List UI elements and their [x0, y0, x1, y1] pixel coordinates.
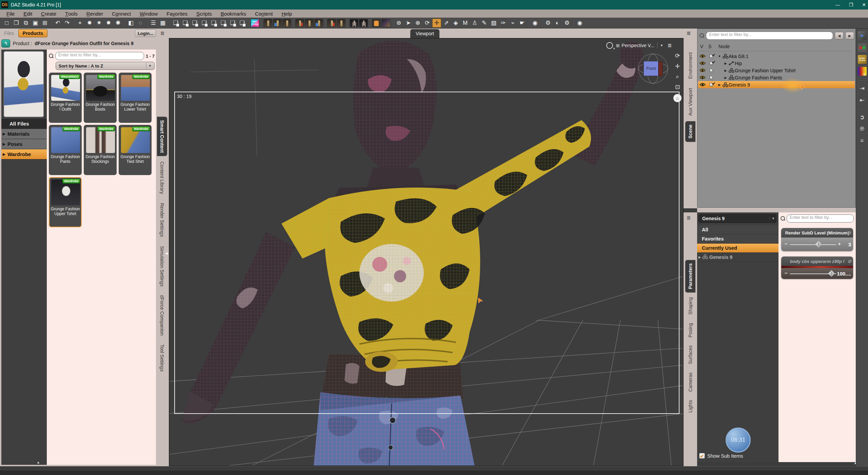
save-light-preset-button[interactable]: ❏ — [238, 19, 246, 27]
slider-handle[interactable] — [828, 270, 835, 277]
content-grid-view-button[interactable]: ▦ — [158, 19, 167, 27]
skeleton-thumb-7[interactable] — [327, 19, 336, 27]
scene-node-grunge-fashion-pants[interactable]: ▶Grunge Fashion Pants — [698, 74, 855, 81]
selectability-cursor-icon[interactable] — [707, 75, 717, 80]
save-pose-preset-button[interactable]: ❏ — [181, 19, 190, 27]
geometry-hatch-tool-button[interactable]: ▧ — [489, 19, 498, 27]
menu-edit[interactable]: Edit — [19, 10, 37, 18]
pro-bundle-thumb[interactable]: PROOVER — [251, 19, 259, 27]
frame-icon[interactable]: ⊡ — [675, 83, 680, 91]
skeleton-thumb-3[interactable] — [282, 19, 291, 27]
menu-tools[interactable]: Tools — [61, 10, 82, 18]
save-properties-preset-button[interactable]: ❏ — [219, 19, 228, 27]
dock-tab-simulation-settings[interactable]: Simulation Settings — [157, 243, 167, 290]
back-button[interactable]: ↰ — [1, 39, 10, 48]
sidebar-item-wardrobe[interactable]: ▶Wardrobe — [1, 149, 47, 159]
measure-tool-button[interactable]: ⌁ — [508, 19, 517, 27]
save-scene-as-button[interactable]: ⊞ — [40, 19, 49, 27]
search-icon[interactable] — [780, 216, 785, 221]
poster-thumb[interactable] — [381, 19, 390, 27]
param-group-all[interactable]: All — [697, 225, 778, 234]
dock-tab-environment[interactable]: Environment — [685, 49, 695, 82]
save-figure-preset-button[interactable]: ❏ — [209, 19, 218, 27]
dock-tab-surfaces[interactable]: Surfaces — [685, 342, 695, 367]
search-icon[interactable] — [48, 53, 54, 59]
camera-settings-button[interactable]: ⚙ — [563, 19, 571, 27]
param-pane-options-icon[interactable]: ≣ — [685, 214, 692, 221]
product-filter-input[interactable]: Enter text to filter by... — [55, 52, 144, 60]
product-card[interactable]: WardrobeGrunge Fashion Boots — [84, 73, 117, 123]
menu-file[interactable]: File — [2, 10, 19, 18]
import-icon[interactable]: ⇥ — [858, 84, 867, 93]
chevron-down-icon[interactable]: ▼ — [146, 63, 154, 69]
translate-tool-button[interactable]: ✛ — [432, 19, 441, 27]
viewport-orbit-tool-button[interactable]: ⊛ — [394, 19, 403, 27]
menu-help[interactable]: Help — [277, 10, 296, 18]
rotate-tool-button[interactable]: ⟳ — [423, 19, 432, 27]
expand-arrow-icon[interactable]: ▶ — [717, 83, 722, 87]
expand-arrow-icon[interactable]: ▶ — [723, 69, 728, 72]
skeleton-thumb-1[interactable] — [263, 19, 272, 27]
dock-tab-content-library[interactable]: Content Library — [157, 158, 167, 197]
dock-tab-lights[interactable]: Lights — [685, 397, 695, 416]
scroll-up-arrow[interactable]: ▲ — [37, 460, 40, 464]
create-camera-button[interactable]: ⌖ — [76, 19, 84, 27]
view-cube[interactable]: Z Front — [638, 54, 668, 83]
pan-icon[interactable]: ✛ — [675, 63, 680, 70]
slider-body[interactable]: −100.... — [781, 268, 853, 279]
product-card[interactable]: WardrobeGrunge Fashion Upper Tshirt — [49, 177, 82, 227]
visibility-eye-icon[interactable] — [698, 68, 707, 73]
scene-filter-input[interactable]: Enter text to filter by... — [706, 32, 833, 40]
gear-icon[interactable]: ⚙ — [847, 230, 851, 235]
rig-wire-icon[interactable]: ⌗ — [858, 136, 867, 145]
skeleton-thumb-4[interactable] — [295, 19, 304, 27]
camera-sphere-icon[interactable] — [606, 42, 613, 49]
product-card[interactable]: WardrobeGrunge Fashion Pants — [49, 125, 82, 175]
figure-thumb-2[interactable] — [359, 19, 368, 27]
minimize-button[interactable]: — — [835, 2, 840, 7]
cube-front-face[interactable]: Front — [644, 61, 658, 76]
menu-render[interactable]: Render — [82, 10, 107, 18]
expand-arrow-icon[interactable]: ▶ — [3, 142, 5, 146]
zoom-icon[interactable]: ⌕ — [676, 73, 679, 80]
scene-node-grunge-fashion-upper-tshirt[interactable]: ▶Grunge Fashion Upper Tshirt — [698, 67, 855, 74]
slider-value[interactable]: 3 — [848, 242, 851, 247]
hand-thumb[interactable] — [372, 19, 381, 27]
expand-arrow-icon[interactable]: ▶ — [3, 152, 5, 156]
splitter-collapse-arrow[interactable]: ◀ — [165, 251, 168, 255]
pointer-settings-button[interactable]: ⚙ — [544, 19, 552, 27]
param-group-favorites[interactable]: Favorites — [697, 234, 778, 244]
tab-products[interactable]: Products — [18, 29, 48, 37]
dock-tab-dforce-companion[interactable]: dForce Companion — [157, 292, 167, 339]
slider-value[interactable]: 100.... — [837, 271, 851, 277]
viewport-options-icon[interactable]: ≣ — [666, 42, 673, 49]
dock-tab-smart-content[interactable]: Smart Content — [157, 117, 167, 156]
figure-setup-tool-button[interactable]: ♙ — [470, 19, 479, 27]
pane-divider[interactable] — [697, 208, 856, 212]
pose-tool-icon[interactable]: ℗ — [858, 125, 867, 133]
color-gradient-icon[interactable] — [858, 67, 867, 76]
menu-connect[interactable]: Connect — [107, 10, 135, 18]
create-linear-light-button[interactable]: ✺ — [114, 19, 122, 27]
visibility-eye-icon[interactable] — [698, 82, 707, 87]
scene-node-hip[interactable]: ▶Hip — [698, 60, 855, 67]
viewport-tab[interactable]: Viewport — [410, 29, 439, 38]
close-button[interactable]: ✕ — [862, 2, 866, 7]
product-thumbnail[interactable] — [3, 51, 44, 117]
scale-tool-button[interactable]: ⇗ — [442, 19, 451, 27]
scene-pane-options-icon[interactable]: ≣ — [685, 30, 692, 37]
orbit-selection-tool-button[interactable]: ⊕ — [413, 19, 422, 27]
param-group-genesis-9[interactable]: ▶Genesis 9 — [697, 253, 778, 262]
create-point-light-button[interactable]: ✷ — [95, 19, 103, 27]
maximize-button[interactable]: ❐ — [849, 2, 853, 7]
product-card[interactable]: WardrobeGrunge Fashion Tied Shirt — [119, 125, 152, 175]
expand-arrow-icon[interactable]: ▼ — [717, 55, 722, 58]
product-card[interactable]: Wearable(s)Grunge Fashion ! Outfit — [49, 73, 82, 123]
menu-content[interactable]: Content — [251, 10, 277, 18]
menu-favorites[interactable]: Favorites — [162, 10, 192, 18]
sidebar-item-all-files[interactable]: All Files — [1, 119, 47, 129]
node-selector-dropdown[interactable]: Genesis 9 ▼ — [698, 214, 776, 223]
sort-dropdown[interactable]: Sort by Name : A to Z ▼ — [56, 62, 155, 70]
create-null-button[interactable]: ◌ — [136, 19, 145, 27]
save-camera-preset-button[interactable]: ❏ — [228, 19, 237, 27]
